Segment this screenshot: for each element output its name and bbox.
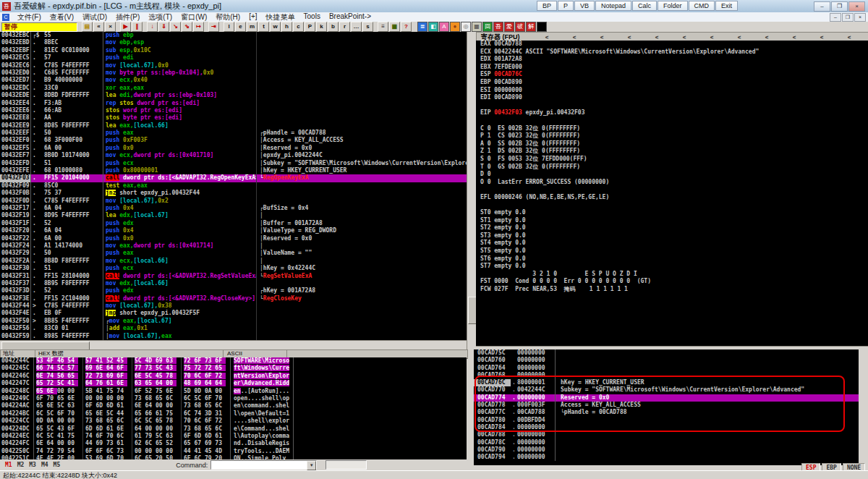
menu-item[interactable]: 帮助(H) [211,12,244,22]
register-line[interactable]: ST3 empty 0.0 [476,232,868,240]
disasm-row[interactable]: 00432EC5.57push edi [0,54,467,62]
toolbar-color-button[interactable]: 回 [482,22,493,32]
maximize-button[interactable]: ❐ [831,1,848,12]
toolbar-button[interactable]: ↘ [170,22,181,32]
register-line[interactable]: EDX 001A72A8 [476,56,868,64]
stack-row[interactable]: 00CAD78C.00000000 [474,439,859,446]
menu-item[interactable]: 窗口(W) [176,12,211,22]
menu-item[interactable]: BreakPoint-> [325,12,375,22]
register-line[interactable]: EBX 7EFDE000 [476,64,868,72]
toolbar-color-button[interactable]: ● [450,22,460,32]
disasm-row[interactable]: 00432EF0.68 3F000F00push 0xF003F│Access … [0,137,467,144]
stack-row[interactable]: 00CAD794.00000000 [474,454,859,461]
mdi-minimize-button[interactable]: – [830,13,841,22]
menu-item[interactable]: 插件(P) [111,12,144,22]
mdi-restore-button[interactable]: ❐ [842,13,854,22]
titlebar-button-notepad[interactable]: Notepad [595,1,631,11]
disasm-row[interactable]: 00432F4E.EB 0Fjmp short epxdy_pi.00432F5… [0,310,467,317]
register-line[interactable] [476,186,868,194]
disasm-row[interactable]: 00432F19.8D95 F4FEFFFFlea edx,[local.67]… [0,212,467,219]
register-line[interactable]: D 0 [476,171,868,179]
dump-row[interactable]: 004224AC65 6E 5C 63 6F 6D 6D 61 6E 64 00… [0,402,467,410]
toolbar-button[interactable]: ⇓ [158,22,169,32]
disasm-row[interactable]: 00432EEF.50push eax┌pHandle = 00CAD788 [0,130,467,137]
register-line[interactable]: EFL 00000246 (NO,NB,E,BE,NS,PE,GE,LE) [476,194,868,202]
disasm-row[interactable]: 00432F31.FF15 28104000call dword ptr ds:… [0,273,467,280]
stack-row[interactable]: 00CAD76400000000 [474,365,859,372]
disasm-row[interactable]: 00432F03.FF15 20104000call dword ptr ds:… [0,174,467,182]
dump-row[interactable]: 0042249C6F 70 65 6E 00 00 00 00 73 68 65… [0,395,467,402]
disasm-row[interactable]: 00432ED7.B9 40000000mov ecx,0x40 [0,77,467,84]
toolbar-color-button[interactable]: A [439,22,449,32]
register-line[interactable]: 3 2 1 0 E S P U O Z D I [476,271,868,279]
stack-row[interactable]: 00CAD75C00000000 [474,349,859,357]
close-button[interactable]: × [848,1,865,12]
collapse-chevron-icon[interactable]: < [835,34,863,41]
register-line[interactable]: ST7 empty 0.0 [476,263,868,271]
register-line[interactable]: ESP 00CAD76C [476,71,868,79]
menu-item[interactable]: 文件(F) [13,12,46,22]
memory-tab-m2[interactable]: M2 [17,462,25,468]
stack-row[interactable]: 00CAD76800000000 [474,372,859,379]
disasm-row[interactable]: 00432EBC┌$55push ebp [0,32,467,39]
disasm-row[interactable]: 00432EDE.8DBD FDFEFFFFlea edi,dword ptr … [0,92,467,99]
register-line[interactable]: ST1 empty 0.0 [476,217,868,225]
disasm-row[interactable]: 00432ED0.C685 FCFEFFFFmov byte ptr ss:[e… [0,69,467,77]
register-line[interactable]: P 1 CS 0023 32位 0(FFFFFFFF) [476,132,868,140]
toolbar-button[interactable]: « [93,22,104,32]
disasm-row[interactable]: 00432EE9.8D85 F8FEFFFFlea eax,[local.66] [0,122,467,130]
stack-row[interactable]: 00CAD790.00000000 [474,446,859,454]
register-line[interactable]: A 0 SS 002B 32位 0(FFFFFFFF) [476,140,868,148]
toolbar-color-button[interactable]: 爱 [504,22,514,32]
toolbar-color-button[interactable]: 破 [515,22,525,32]
dump-row[interactable]: 0042247C65 72 5C 41 64 76 61 6E 63 65 64… [0,380,467,387]
menu-item[interactable]: 快捷菜单 [262,12,299,22]
titlebar-button-p[interactable]: P [558,1,574,11]
title-bar[interactable]: 吾 吾爱破解 - epxdy.pif.bin - [LCG - m主线程, 模块… [0,0,868,13]
collapse-chevron-icon[interactable]: < [753,34,780,41]
registers-pane[interactable]: EAX 00CAD788ECX 0042244C ASCII "SOFTWARE… [476,41,868,346]
stack-row[interactable]: 00CAD76000000000 [474,357,859,364]
memory-tab-m1[interactable]: M1 [5,462,12,468]
toolbar-button[interactable]: h [281,22,292,32]
register-line[interactable]: ST6 empty 0.0 [476,255,868,263]
toolbar-color-button[interactable]: ▦ [472,22,482,32]
toolbar-button[interactable]: ▤ [82,22,93,32]
register-line[interactable] [476,201,868,209]
toolbar-button[interactable]: P [305,22,315,32]
disasm-row[interactable]: 00432F22.6A 00push 0x0│Reserved = 0x0 [0,235,467,242]
register-line[interactable]: O 0 LastErr ERROR_SUCCESS (00000000) [476,179,868,187]
menu-item[interactable]: 选项(T) [144,12,176,22]
toolbar-button[interactable]: … [351,22,362,32]
disasm-row[interactable]: 00432EBF.81EC 0C010000sub esp,0x10C [0,47,467,54]
stack-row[interactable]: 00CAD778.000F003FAccess = KEY_ALL_ACCESS [474,402,859,409]
toolbar-button[interactable]: s [362,22,373,32]
toolbar-button[interactable]: ↦ [193,22,204,32]
titlebar-button-exit[interactable]: Exit [715,1,738,11]
toolbar-color-button[interactable]: ≣ [417,22,427,32]
register-line[interactable]: FCW 027F Prec NEAR,53 掩码 1 1 1 1 1 1 [476,286,868,294]
toolbar-button[interactable]: w [270,22,281,32]
disasm-row[interactable]: 00432F17.6A 04push 0x4┌BufSize = 0x4 [0,205,467,212]
titlebar-button-calc[interactable]: Calc [632,1,657,11]
command-input[interactable]: ▼ [210,460,317,470]
disasm-row[interactable]: 00432F56.83C0 01│add eax,0x1 [0,325,467,332]
collapse-chevron-icon[interactable]: < [561,34,588,41]
memory-tab-m4[interactable]: M4 [41,462,48,468]
dump-row[interactable]: 0042248C65 6E 00 00 5B 41 75 74 6F 52 75… [0,388,467,395]
memory-tab-m5[interactable]: M5 [54,462,61,468]
titlebar-button-cmd[interactable]: CMD [689,1,715,11]
collapse-chevron-icon[interactable]: < [671,34,698,41]
register-line[interactable]: C 0 ES 002B 32位 0(FFFFFFFF) [476,125,868,133]
register-line[interactable]: EBP 00CAD890 [476,79,868,87]
menu-item[interactable]: [+] [244,12,261,22]
dump-row[interactable]: 004224EC6C 5C 41 75 74 6F 70 6C 61 79 5C… [0,433,467,440]
toolbar-color-button[interactable]: 吾 [493,22,503,32]
register-line[interactable]: ESI 00000000 [476,87,868,95]
disasm-row[interactable]: 00432F0D.C785 F4FEFFFFmov [local.67],0x2 [0,198,467,205]
disasm-row[interactable]: 00432F2A.8B8D F8FEFFFFmov ecx,[local.66]… [0,258,467,265]
disasm-row[interactable]: 00432EF5.6A 00push 0x0│Reserved = 0x0 [0,145,467,152]
disasm-row[interactable]: 00432EFD.51push ecx│Subkey = "SOFTWARE\M… [0,160,467,167]
collapse-chevron-icon[interactable]: < [643,34,671,41]
disasm-row[interactable]: 00432F20.6A 04push 0x4│ValueType = REG_D… [0,227,467,234]
